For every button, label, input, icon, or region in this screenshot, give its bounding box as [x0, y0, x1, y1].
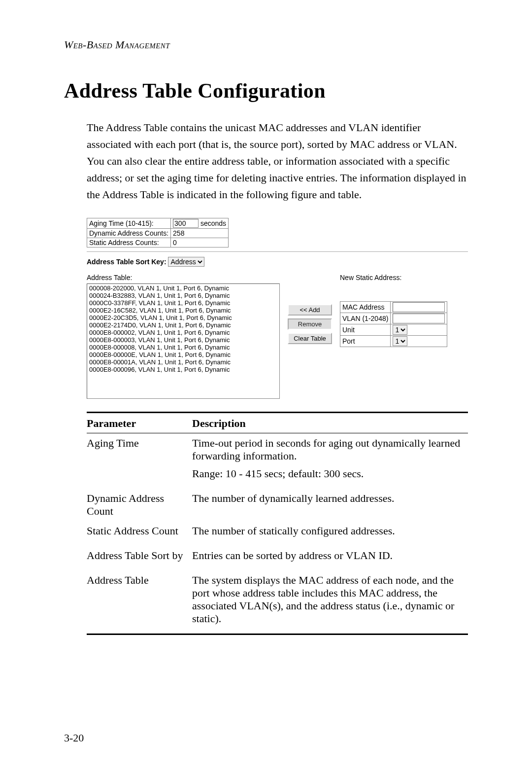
- param-name: Address Table Sort by: [87, 546, 192, 570]
- address-table-label: Address Table:: [87, 274, 280, 281]
- figure-divider: [87, 251, 468, 252]
- vlan-input[interactable]: [393, 314, 445, 323]
- unit-select[interactable]: 1: [393, 325, 407, 335]
- param-name: Aging Time: [87, 433, 192, 489]
- list-item[interactable]: 0000E8-00001A, VLAN 1, Unit 1, Port 6, D…: [87, 358, 279, 366]
- param-desc: The number of statically configured addr…: [192, 521, 468, 546]
- list-item[interactable]: 0000E2-20C3D5, VLAN 1, Unit 1, Port 6, D…: [87, 314, 279, 321]
- running-head: Web-Based Management: [64, 38, 468, 51]
- param-header-parameter: Parameter: [87, 413, 192, 433]
- config-figure: Aging Time (10-415): seconds Dynamic Add…: [87, 218, 468, 399]
- dynamic-count-value: 258: [171, 229, 229, 238]
- aging-time-input[interactable]: [173, 219, 199, 228]
- new-static-label: New Static Address:: [340, 274, 447, 281]
- aging-counts-table: Aging Time (10-415): seconds Dynamic Add…: [87, 218, 229, 247]
- list-item[interactable]: 0000E2-16C582, VLAN 1, Unit 1, Port 6, D…: [87, 307, 279, 314]
- list-item[interactable]: 0000E8-000096, VLAN 1, Unit 1, Port 6, D…: [87, 366, 279, 373]
- list-item[interactable]: 0000E8-000008, VLAN 1, Unit 1, Port 6, D…: [87, 344, 279, 351]
- page-number: 3-20: [64, 732, 84, 744]
- sort-key-select[interactable]: Address: [168, 257, 204, 267]
- aging-time-label: Aging Time (10-415):: [87, 218, 171, 229]
- intro-paragraph: The Address Table contains the unicast M…: [87, 119, 468, 203]
- param-name: Dynamic Address Count: [87, 489, 192, 521]
- address-listbox[interactable]: 000008-202000, VLAN 1, Unit 1, Port 6, D…: [87, 283, 280, 399]
- unit-label: Unit: [340, 324, 391, 336]
- sort-key-row: Address Table Sort Key: Address: [87, 257, 468, 267]
- param-desc: Time-out period in seconds for aging out…: [192, 433, 468, 489]
- list-item[interactable]: 000008-202000, VLAN 1, Unit 1, Port 6, D…: [87, 284, 279, 292]
- sort-key-label: Address Table Sort Key:: [87, 258, 166, 266]
- list-item[interactable]: 0000E8-000002, VLAN 1, Unit 1, Port 6, D…: [87, 329, 279, 336]
- parameter-table: Parameter Description Aging Time Time-ou…: [87, 412, 468, 635]
- vlan-label: VLAN (1-2048): [340, 313, 391, 324]
- aging-time-units: seconds: [200, 219, 226, 227]
- dynamic-count-label: Dynamic Address Counts:: [87, 229, 171, 238]
- mac-address-label: MAC Address: [340, 302, 391, 313]
- port-label: Port: [340, 336, 391, 347]
- aging-time-cell: seconds: [171, 218, 229, 229]
- static-count-label: Static Address Counts:: [87, 238, 171, 247]
- param-desc: The system displays the MAC address of e…: [192, 570, 468, 634]
- add-button[interactable]: << Add: [288, 304, 332, 316]
- list-item[interactable]: 000024-B32883, VLAN 1, Unit 1, Port 6, D…: [87, 292, 279, 299]
- page-title: Address Table Configuration: [64, 79, 468, 103]
- param-name: Static Address Count: [87, 521, 192, 546]
- list-item[interactable]: 0000E2-2174D0, VLAN 1, Unit 1, Port 6, D…: [87, 321, 279, 329]
- param-desc: The number of dynamically learned addres…: [192, 489, 468, 521]
- param-header-description: Description: [192, 413, 468, 433]
- list-item[interactable]: 0000E8-000003, VLAN 1, Unit 1, Port 6, D…: [87, 336, 279, 344]
- new-static-form: MAC Address VLAN (1-2048) Unit 1 Port 1: [340, 301, 447, 347]
- clear-table-button[interactable]: Clear Table: [288, 333, 332, 344]
- remove-button[interactable]: Remove: [288, 318, 332, 330]
- port-select[interactable]: 1: [393, 336, 407, 346]
- mac-address-input[interactable]: [393, 302, 445, 312]
- param-desc: Entries can be sorted by address or VLAN…: [192, 546, 468, 570]
- list-item[interactable]: 0000E8-00000E, VLAN 1, Unit 1, Port 6, D…: [87, 351, 279, 358]
- static-count-value: 0: [171, 238, 229, 247]
- param-name: Address Table: [87, 570, 192, 634]
- list-item[interactable]: 0000C0-3378FF, VLAN 1, Unit 1, Port 6, D…: [87, 299, 279, 307]
